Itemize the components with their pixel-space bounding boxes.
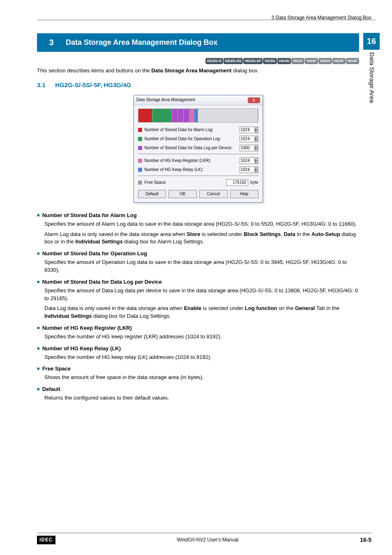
dialog-field-label: Number of Stored Data for Operation Log: xyxy=(145,136,240,142)
model-chip: HG2G-5F xyxy=(243,58,263,64)
swatch-icon xyxy=(138,168,142,172)
brand-logo: IDEC xyxy=(37,536,55,544)
dialog-input-row: Number of HG Keep Relay (LK):1024▴▾ xyxy=(138,166,258,173)
definition-term: Default xyxy=(37,386,359,393)
definition-term: Number of HG Keep Register (LKR) xyxy=(37,324,359,332)
number-input[interactable]: 1024▴▾ xyxy=(240,127,258,133)
definition-term: Number of Stored Data for Alarm Log xyxy=(37,212,359,220)
spin-down-icon[interactable]: ▾ xyxy=(254,139,258,141)
definition-item: Number of HG Keep Register (LKR)Specifie… xyxy=(37,324,359,341)
subsection-title: HG2G-S/-5S/-5F, HG3G/4G xyxy=(55,81,131,88)
dialog-input-row: Number of HG Keep Register (LKR):1024▴▾ xyxy=(138,157,258,164)
model-chip: HG2G-5S xyxy=(224,58,243,64)
definition-item: Number of Stored Data for Operation LogS… xyxy=(37,250,359,274)
definition-item: DefaultReturns the configured values to … xyxy=(37,386,359,402)
definition-item: Number of Stored Data for Data Log per D… xyxy=(37,278,359,320)
definition-term: Number of HG Keep Relay (LK) xyxy=(37,345,359,353)
chapter-side-label: Data Storage Area xyxy=(363,52,376,103)
chapter-side-tab: 16 Data Storage Area xyxy=(363,33,380,103)
dialog-field-label: Number of HG Keep Relay (LK): xyxy=(145,167,240,173)
usage-bar xyxy=(138,109,258,123)
default-button[interactable]: Default xyxy=(138,190,166,198)
model-chip-row: HG2G-SHG2G-5SHG2G-5FHG3GHG4GHG1FHG2FHG2S… xyxy=(37,57,359,65)
number-input[interactable]: 1024▴▾ xyxy=(240,136,258,142)
free-space-label: Free Space xyxy=(145,180,226,186)
close-icon[interactable]: x xyxy=(248,97,260,103)
dialog-titlebar: Data Storage Area Management x xyxy=(134,95,263,105)
dialog-separator xyxy=(138,154,258,154)
dialog-separator xyxy=(138,176,258,176)
model-chip: HG4F xyxy=(346,58,359,64)
dialog-title: Data Storage Area Management xyxy=(136,97,195,103)
swatch-icon xyxy=(138,137,142,141)
model-chip: HG4G xyxy=(277,58,291,64)
header-breadcrumb: 3 Data Storage Area Management Dialog Bo… xyxy=(272,14,371,21)
definition-term: Number of Stored Data for Operation Log xyxy=(37,250,359,258)
data-storage-dialog: Data Storage Area Management x Numb xyxy=(134,95,263,203)
definition-term: Free Space xyxy=(37,365,359,373)
swatch-icon xyxy=(138,146,142,150)
definition-body: Returns the configured values to their d… xyxy=(44,394,359,402)
spin-down-icon[interactable]: ▾ xyxy=(254,130,258,132)
number-input[interactable]: 1000▴▾ xyxy=(240,145,258,151)
definition-body: Specifies the amount of Data Log data pe… xyxy=(44,287,359,303)
manual-title: WindO/I-NV2 User's Manual xyxy=(177,536,238,543)
definition-item: Number of HG Keep Relay (LK)Specifies th… xyxy=(37,345,359,361)
page-number: 16-5 xyxy=(360,536,371,544)
section-number: 3 xyxy=(37,37,66,49)
dialog-input-row: Number of Stored Data for Operation Log:… xyxy=(138,136,258,142)
model-chip: HG2F xyxy=(305,58,318,64)
definition-body: Shows the amount of free space in the da… xyxy=(44,374,359,382)
model-chip: HG2S xyxy=(318,58,332,64)
dialog-field-label: Number of HG Keep Register (LKR): xyxy=(145,158,240,164)
subsection-heading: 3.1 HG2G-S/-5S/-5F, HG3G/4G xyxy=(37,81,359,90)
swatch-icon xyxy=(138,180,142,185)
dialog-field-label: Number of Stored Data for Data Log per D… xyxy=(145,145,240,151)
definition-item: Number of Stored Data for Alarm LogSpeci… xyxy=(37,212,359,246)
ok-button[interactable]: OK xyxy=(168,190,197,198)
section-heading-banner: 3 Data Storage Area Management Dialog Bo… xyxy=(37,33,359,52)
model-chip: HG3F xyxy=(332,58,346,64)
model-chip: HG2G-S xyxy=(205,58,223,64)
section-title: Data Storage Area Management Dialog Box xyxy=(66,37,217,48)
definition-body: Specifies the amount of Operation Log da… xyxy=(44,259,359,274)
spin-down-icon[interactable]: ▾ xyxy=(254,161,258,163)
free-space-unit: byte xyxy=(251,180,258,186)
number-input[interactable]: 1024▴▾ xyxy=(240,166,258,173)
swatch-icon xyxy=(138,159,142,163)
subsection-number: 3.1 xyxy=(37,81,53,90)
cancel-button[interactable]: Cancel xyxy=(199,190,228,198)
definition-body: Specifies the number of HG keep register… xyxy=(44,333,359,341)
definition-body: Data Log data is only saved in the data … xyxy=(44,305,359,320)
help-button[interactable]: Help xyxy=(230,190,258,198)
swatch-icon xyxy=(138,128,142,132)
free-space-value: 176192 xyxy=(226,179,248,186)
model-chip: HG3G xyxy=(263,58,277,64)
definition-body: Specifies the amount of Alarm Log data t… xyxy=(44,220,359,228)
model-chip: HG1F xyxy=(291,58,304,64)
intro-text: This section describes items and buttons… xyxy=(37,67,359,75)
definition-body: Alarm Log data is only saved in the data… xyxy=(44,231,359,246)
definition-body: Specifies the number of HG keep relay (L… xyxy=(44,354,359,361)
definition-term: Number of Stored Data for Data Log per D… xyxy=(37,278,359,286)
dialog-input-row: Number of Stored Data for Alarm Log:1024… xyxy=(138,127,258,133)
chapter-number-badge: 16 xyxy=(363,33,380,50)
dialog-field-label: Number of Stored Data for Alarm Log: xyxy=(145,127,240,133)
definition-item: Free SpaceShows the amount of free space… xyxy=(37,365,359,382)
spin-down-icon[interactable]: ▾ xyxy=(254,148,258,150)
spin-down-icon[interactable]: ▾ xyxy=(254,170,258,172)
number-input[interactable]: 1024▴▾ xyxy=(240,157,258,164)
dialog-input-row: Number of Stored Data for Data Log per D… xyxy=(138,145,258,151)
free-space-row: Free Space 176192 byte xyxy=(138,179,258,186)
